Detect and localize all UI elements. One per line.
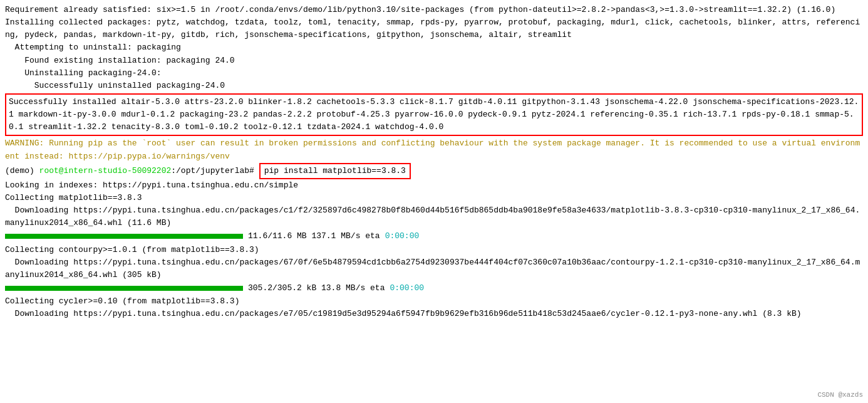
prompt-user-host: root@intern-studio-50092202 xyxy=(39,165,172,177)
success-install-text: Successfully installed altair-5.3.0 attr… xyxy=(9,97,859,132)
line-collecting-cycler: Collecting cycler>=0.10 (from matplotlib… xyxy=(5,295,863,308)
line-looking-indexes: Looking in indexes: https://pypi.tuna.ts… xyxy=(5,179,863,192)
line-downloading-contourpy: Downloading https://pypi.tuna.tsinghua.e… xyxy=(5,256,863,281)
pip-command-box: pip install matplotlib==3.8.3 xyxy=(259,163,411,179)
progress-bar-2 xyxy=(5,286,243,291)
progress-bar-1 xyxy=(5,234,243,239)
line-downloading-matplotlib: Downloading https://pypi.tuna.tsinghua.e… xyxy=(5,204,863,229)
line-installing: Installing collected packages: pytz, wat… xyxy=(5,16,863,41)
progress-bar-1-label: 11.6/11.6 MB 137.1 MB/s eta xyxy=(248,230,380,243)
progress-bar-2-container: 305.2/305.2 kB 13.8 MB/s eta 0:00:00 xyxy=(5,282,863,295)
line-found-existing: Found existing installation: packaging 2… xyxy=(5,55,863,67)
line-uninstall-attempt: Attempting to uninstall: packaging xyxy=(5,41,863,54)
prompt-path: :/opt/jupyterlab xyxy=(171,165,249,177)
line-uninstalling: Uninstalling packaging-24.0: xyxy=(5,67,863,80)
progress-bar-1-container: 11.6/11.6 MB 137.1 MB/s eta 0:00:00 xyxy=(5,230,863,243)
line-uninstalled-success: Successfully uninstalled packaging-24.0 xyxy=(5,80,863,92)
terminal-window: Requirement already satisfied: six>=1.5 … xyxy=(0,0,868,403)
progress-bar-1-eta: 0:00:00 xyxy=(385,230,420,243)
watermark: CSDN @xazds xyxy=(817,390,863,400)
progress-bar-2-eta: 0:00:00 xyxy=(390,282,424,295)
progress-bar-2-label: 305.2/305.2 kB 13.8 MB/s eta xyxy=(248,282,385,295)
success-install-box: Successfully installed altair-5.3.0 attr… xyxy=(5,93,863,136)
prompt-line: (demo) root@intern-studio-50092202:/opt/… xyxy=(5,163,863,179)
line-collecting-matplotlib: Collecting matplotlib==3.8.3 xyxy=(5,192,863,204)
warning-line: WARNING: Running pip as the `root` user … xyxy=(5,137,863,162)
prompt-hash: # xyxy=(249,165,259,177)
line-requirement: Requirement already satisfied: six>=1.5 … xyxy=(5,4,863,16)
line-downloading-cycler: Downloading https://pypi.tuna.tsinghua.e… xyxy=(5,308,863,320)
line-collecting-contourpy: Collecting contourpy>=1.0.1 (from matplo… xyxy=(5,244,863,256)
prompt-demo-prefix: (demo) xyxy=(5,165,39,177)
